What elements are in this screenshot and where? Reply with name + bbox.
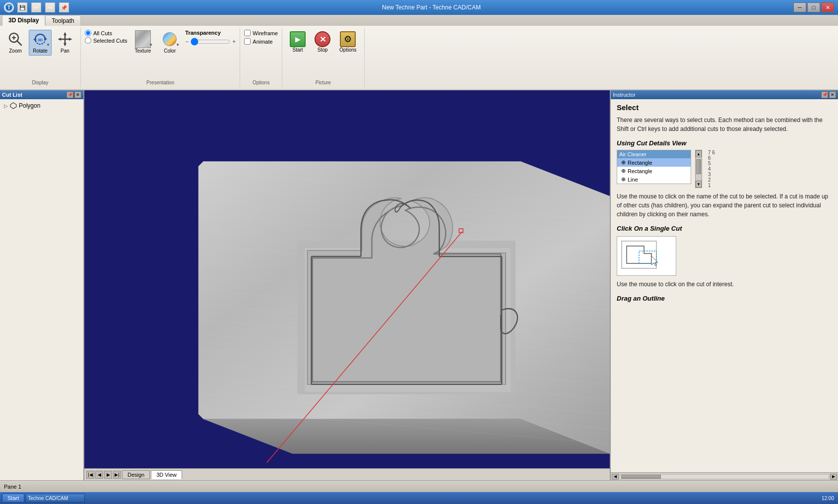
start-label: Start: [292, 47, 303, 53]
start-button[interactable]: ▶ Start: [286, 30, 309, 54]
scroll-up-btn[interactable]: ▲: [696, 150, 702, 157]
svg-marker-13: [10, 103, 16, 109]
taskbar-app-item[interactable]: Techne CAD/CAM: [25, 494, 85, 503]
tree-item-line[interactable]: ⊕ Line: [617, 175, 691, 184]
minimize-button[interactable]: ─: [793, 2, 806, 12]
tree-root-label: Air Cleaner: [619, 151, 646, 157]
zoom-button[interactable]: Zoom: [4, 30, 27, 56]
tree-number-annotations: 7 6 6 5 4 3 2 1: [706, 150, 715, 188]
instructor-pin-btn[interactable]: 📌: [821, 91, 828, 98]
nav-next-btn[interactable]: ▶: [104, 471, 112, 479]
tab-3d-view[interactable]: 3D View: [151, 470, 182, 479]
svg-text:T: T: [7, 5, 10, 10]
scroll-thumb[interactable]: [696, 159, 701, 174]
hscroll-thumb[interactable]: [621, 475, 661, 479]
pan-button[interactable]: Pan: [54, 30, 76, 56]
hscroll-right-btn[interactable]: ▶: [830, 474, 837, 480]
all-cuts-label: All Cuts: [93, 30, 112, 36]
mini-tree-header: Air Cleaner: [617, 150, 691, 158]
instructor-header: Instructor 📌 ✕: [611, 90, 838, 99]
quick-pin-btn[interactable]: 📌: [59, 2, 69, 12]
instructor-section1-title: Using Cut Details View: [617, 139, 832, 147]
list-item[interactable]: ▷ Polygon: [2, 101, 81, 110]
cuts-radio-group: All Cuts Selected Cuts: [85, 30, 127, 44]
window-title: New Techne Part - Techne CAD/CAM: [69, 4, 793, 11]
texture-button[interactable]: Texture ▼: [131, 30, 154, 56]
svg-marker-11: [58, 38, 61, 41]
svg-marker-6: [44, 36, 47, 40]
presentation-group-label: Presentation: [81, 80, 240, 85]
transparency-group: Transparency − +: [185, 30, 236, 55]
title-bar-left: T 💾 ↩ ↪ 📌: [4, 2, 69, 12]
transparency-slider[interactable]: [191, 38, 230, 46]
viewport[interactable]: |◀ ◀ ▶ ▶| Design 3D View: [84, 90, 610, 480]
window-controls: ─ □ ✕: [793, 2, 834, 12]
nav-first-btn[interactable]: |◀: [86, 471, 94, 479]
all-cuts-radio[interactable]: All Cuts: [85, 30, 127, 36]
tree-item-rectangle1[interactable]: ⊕ Rectangle: [617, 158, 691, 167]
cut-list-title: Cut List: [2, 92, 22, 98]
status-text: Pane 1: [4, 484, 21, 490]
nav-prev-btn[interactable]: ◀: [95, 471, 103, 479]
taskbar: Start Techne CAD/CAM 12:00: [0, 492, 838, 504]
clock: 12:00: [822, 496, 834, 501]
title-bar: T 💾 ↩ ↪ 📌 New Techne Part - Techne CAD/C…: [0, 0, 838, 15]
start-button-taskbar[interactable]: Start: [2, 494, 24, 503]
texture-icon: [135, 31, 151, 47]
options-button[interactable]: ⚙ Options: [336, 30, 360, 54]
color-label: Color: [164, 48, 176, 54]
instructor-title: Instructor: [613, 92, 636, 98]
quick-undo-btn[interactable]: ↩: [31, 2, 41, 12]
stop-icon: ✕: [315, 31, 330, 47]
close-button[interactable]: ✕: [821, 2, 834, 12]
instructor-close-btn[interactable]: ✕: [829, 91, 836, 98]
svg-marker-7: [33, 38, 36, 42]
texture-dropdown-icon: ▼: [149, 43, 153, 47]
polygon-icon: [10, 102, 17, 109]
svg-marker-10: [64, 43, 66, 46]
quick-redo-btn[interactable]: ↪: [45, 2, 55, 12]
options-icon: ⚙: [340, 31, 356, 47]
cut-list-pin-btn[interactable]: 📌: [66, 91, 73, 98]
hscroll-left-btn[interactable]: ◀: [612, 474, 619, 480]
selected-cuts-radio-input[interactable]: [85, 37, 91, 44]
animate-checkbox[interactable]: [244, 38, 251, 45]
mini-tree[interactable]: Air Cleaner ⊕ Rectangle ⊕ Rectangle ⊕ Li…: [617, 150, 691, 184]
ribbon-group-presentation: All Cuts Selected Cuts Texture ▼: [81, 28, 240, 87]
cut-list-close-btn[interactable]: ✕: [74, 91, 81, 98]
stop-button[interactable]: ✕ Stop: [311, 30, 334, 54]
transparency-label: Transparency: [185, 30, 236, 36]
ribbon-group-picture: ▶ Start ✕ Stop ⚙ Options Picture: [282, 28, 364, 87]
stop-label: Stop: [318, 47, 328, 53]
instructor-hscrollbar[interactable]: ◀ ▶: [611, 472, 838, 480]
cut-illustration-svg: [619, 239, 674, 273]
all-cuts-radio-input[interactable]: [85, 30, 91, 36]
display-group-label: Display: [0, 80, 80, 85]
cut-list-content: ▷ Polygon: [0, 99, 83, 480]
ribbon-tab-bar: 3D Display Toolpath: [0, 15, 838, 26]
instructor-controls: 📌 ✕: [821, 91, 836, 98]
zoom-icon: [7, 31, 23, 47]
scroll-down-btn[interactable]: ▼: [696, 181, 702, 188]
animate-checkbox-item[interactable]: Animate: [244, 38, 278, 45]
tab-design[interactable]: Design: [122, 470, 150, 479]
status-bar: Pane 1: [0, 480, 838, 492]
nav-last-btn[interactable]: ▶|: [113, 471, 121, 479]
selected-cuts-radio[interactable]: Selected Cuts: [85, 37, 127, 44]
wireframe-checkbox[interactable]: [244, 30, 251, 36]
maximize-button[interactable]: □: [807, 2, 820, 12]
tab-toolpath[interactable]: Toolpath: [45, 15, 80, 26]
transparency-minus-icon: −: [185, 38, 189, 45]
tab-3d-display[interactable]: 3D Display: [2, 15, 45, 26]
wireframe-checkbox-item[interactable]: Wireframe: [244, 30, 278, 36]
tree-scrollbar[interactable]: ▲ ▼: [695, 150, 702, 188]
rotate-button[interactable]: 3D Rotate ▼: [29, 30, 52, 56]
quick-save-btn[interactable]: 💾: [17, 2, 27, 12]
transparency-plus-icon: +: [232, 38, 236, 45]
color-button[interactable]: Color ▼: [158, 30, 181, 56]
tree-item-rectangle2[interactable]: ⊕ Rectangle: [617, 167, 691, 175]
expand-icon2: ⊕: [621, 168, 626, 174]
viewport-tabs: |◀ ◀ ▶ ▶| Design 3D View: [84, 468, 610, 480]
main-area: Cut List 📌 ✕ ▷ Polygon: [0, 90, 838, 480]
taskbar-items: Techne CAD/CAM: [25, 494, 819, 503]
